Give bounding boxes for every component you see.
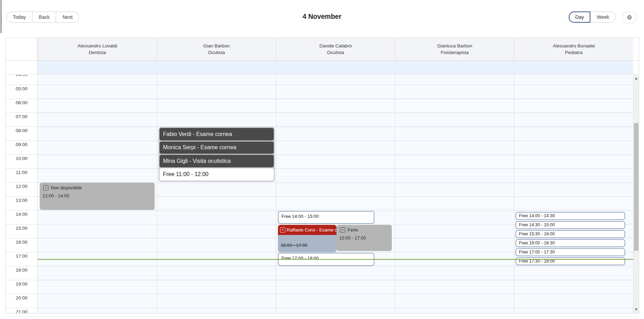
time-gutter-cell: 08:00 (6, 127, 38, 140)
busy-x-icon: × (340, 227, 345, 233)
event-time: 15:00 - 17:00 (336, 233, 392, 241)
event-slot6[interactable]: Free 17:30 - 18:00 (515, 257, 625, 265)
time-gutter-cell: 09:00 (6, 140, 38, 154)
event-fabio[interactable]: Fabio Verdi - Esame cornea (160, 128, 274, 140)
time-label: 06:00 (16, 100, 28, 106)
time-label: 11:00 (16, 170, 28, 175)
window-edge-line (1, 0, 1, 33)
event-title: Free 14:00 - 15:00 (281, 214, 319, 219)
day-column-gianluca-barbon[interactable] (395, 75, 514, 313)
time-label: 19:00 (16, 281, 28, 287)
event-title: Non disponibile (51, 185, 82, 190)
event-title: Ferie (348, 227, 358, 233)
calendar-bottom-edge (5, 317, 639, 317)
time-label: 07:00 (16, 114, 28, 120)
resource-role: Oculista (208, 50, 225, 56)
busy-x-icon: × (43, 185, 48, 190)
time-gutter-cell: 21:00 (6, 308, 38, 313)
time-grid-canvas: 04:0005:0006:0007:0008:0009:0010:0011:00… (6, 75, 633, 313)
time-label: 21:00 (16, 309, 28, 313)
allday-scrollbar-spacer (633, 61, 639, 74)
time-grid-viewport: 04:0005:0006:0007:0008:0009:0010:0011:00… (6, 75, 639, 313)
event-free17[interactable]: Free 17:00 - 18:00 (278, 253, 374, 266)
event-slot4[interactable]: Free 16:00 - 16:30 (515, 239, 625, 247)
view-day-button[interactable]: Day (569, 12, 591, 23)
event-title: Free 14:30 - 15:00 (519, 222, 555, 227)
resource-header-gianluca-barbon: Gianluca BarbonFisioterapista (395, 38, 514, 60)
day-column-alessandro-bonadei[interactable]: Free 14:00 - 14:30Free 14:30 - 15:00Free… (514, 75, 633, 313)
time-label: 20:00 (16, 295, 28, 301)
event-title: Free 15:30 - 16:00 (519, 231, 555, 236)
header-scrollbar-spacer (633, 38, 639, 60)
allday-gutter (6, 61, 38, 74)
resource-header-alessandro-bonadei: Alessandro BonadeiPediatra (514, 38, 633, 60)
event-slot2[interactable]: Free 14:30 - 15:00 (515, 221, 625, 229)
resource-role: Fisioterapista (441, 50, 468, 56)
resource-header-row: Alessandro LovaldiDentistaGian BarbonOcu… (6, 38, 639, 61)
calendar-toolbar: Today Back Next 4 November Day Week ⚙ (5, 10, 639, 27)
resource-name: Gianluca Barbon (437, 43, 472, 49)
time-gutter-cell: 11:00 (6, 168, 38, 182)
time-label: 12:00 (16, 184, 28, 189)
time-label: 05:00 (16, 86, 28, 92)
scroll-down-arrow-icon[interactable]: ▼ (634, 308, 639, 311)
time-gutter-cell: 05:00 (6, 85, 38, 99)
busy-x-icon: × (280, 227, 285, 233)
event-title: Raffaele Corsi - Esame cornea (287, 227, 336, 233)
allday-strip[interactable] (38, 61, 633, 74)
event-title: Free 17:00 - 18:00 (281, 256, 319, 261)
event-free14[interactable]: Free 14:00 - 15:00 (278, 211, 374, 224)
event-title: Monica Serpi - Esame cornea (163, 144, 236, 151)
event-title: Free 14:00 - 14:30 (519, 213, 555, 218)
event-raffaele[interactable]: ×Raffaele Corsi - Esame cornea16:00 - 17… (278, 225, 336, 252)
resource-header-davide-calabro: Davide CalabròOculista (276, 38, 395, 60)
event-title: Free 16:00 - 16:30 (519, 241, 555, 245)
resource-header-alessandro-lovaldi: Alessandro LovaldiDentista (38, 38, 157, 60)
event-nondisp[interactable]: ×Non disponibile12:00 - 14:00 (40, 183, 155, 210)
page-title: 4 November (5, 13, 639, 21)
time-label: 04:00 (16, 75, 28, 77)
day-column-davide-calabro[interactable]: Free 14:00 - 15:00×Raffaele Corsi - Esam… (276, 75, 395, 313)
event-free11[interactable]: Free 11:00 - 12:00 (160, 168, 274, 181)
time-gutter-cell: 10:00 (6, 154, 38, 168)
time-gutter-cell: 19:00 (6, 280, 38, 294)
time-gutter-cell: 06:00 (6, 99, 38, 113)
event-title: Fabio Verdi - Esame cornea (163, 131, 232, 137)
settings-button[interactable]: ⚙ (623, 12, 636, 23)
event-title: Free 17:00 - 17:30 (519, 250, 555, 255)
time-label: 18:00 (16, 267, 28, 273)
event-ferie[interactable]: ×Ferie15:00 - 17:00 (336, 225, 392, 251)
view-week-button[interactable]: Week (590, 12, 616, 23)
time-gutter-cell: 14:00 (6, 210, 38, 224)
time-label: 10:00 (16, 156, 28, 161)
vertical-scrollbar[interactable]: ▲ ▼ (633, 75, 639, 313)
resource-header-gian-barbon: Gian BarbonOculista (157, 38, 276, 60)
event-slot3[interactable]: Free 15:30 - 16:00 (515, 230, 625, 238)
day-column-alessandro-lovaldi[interactable]: ×Non disponibile12:00 - 14:00 (38, 75, 157, 313)
time-gutter-cell: 12:00 (6, 182, 38, 196)
resource-name: Alessandro Lovaldi (77, 43, 117, 49)
appointment-calendar-app: Today Back Next 4 November Day Week ⚙ Al… (0, 0, 644, 319)
scrollbar-thumb[interactable] (634, 123, 638, 251)
event-monica[interactable]: Monica Serpi - Esame cornea (160, 142, 274, 154)
resource-name: Davide Calabrò (319, 43, 352, 49)
day-column-gian-barbon[interactable]: Fabio Verdi - Esame corneaMonica Serpi -… (157, 75, 276, 313)
event-title: Mina Gigli - Visita oculistica (163, 158, 231, 164)
resource-role: Dentista (89, 50, 106, 56)
time-label: 08:00 (16, 128, 28, 134)
allday-row (6, 61, 639, 75)
day-columns: ×Non disponibile12:00 - 14:00Fabio Verdi… (38, 75, 633, 313)
event-group-container: Fabio Verdi - Esame corneaMonica Serpi -… (158, 127, 275, 182)
event-header: ×Raffaele Corsi - Esame cornea (278, 225, 336, 235)
scroll-up-arrow-icon[interactable]: ▲ (634, 77, 639, 80)
time-gutter-cell: 17:00 (6, 252, 38, 266)
time-label: 09:00 (16, 142, 28, 147)
event-header: ×Non disponibile (40, 183, 155, 190)
event-mina[interactable]: Mina Gigli - Visita oculistica (160, 155, 274, 167)
time-gutter-cell: 13:00 (6, 196, 38, 210)
event-body: 16:00 - 17:00 (278, 235, 336, 252)
event-slot1[interactable]: Free 14:00 - 14:30 (515, 212, 625, 220)
resource-role: Oculista (327, 50, 344, 56)
time-gutter-cell: 20:00 (6, 294, 38, 308)
event-slot5[interactable]: Free 17:00 - 17:30 (515, 248, 625, 256)
